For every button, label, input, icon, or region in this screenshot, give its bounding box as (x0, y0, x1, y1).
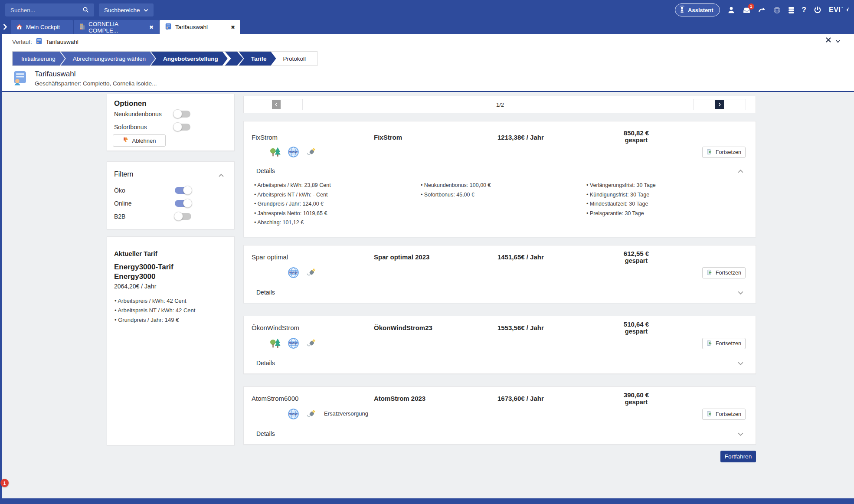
close-icon[interactable] (825, 37, 831, 45)
eco-icon (269, 146, 281, 158)
tab-label: Tarifauswahl (175, 24, 208, 30)
notification-badge[interactable]: 1 (0, 479, 9, 487)
page-title: Tarifauswahl (35, 70, 157, 79)
power-icon[interactable] (814, 6, 821, 14)
detail-item: Preisgarantie: 30 Tage (586, 210, 656, 216)
fortsetzen-icon (707, 269, 713, 277)
step-angebotserstellung[interactable]: Angebotserstellung (151, 52, 228, 65)
chevron-down-icon[interactable] (836, 37, 840, 45)
saved-amount: 612,55 € gespart (604, 250, 669, 264)
online-icon: WWW (287, 408, 299, 420)
filter-row-oeko: Öko (114, 187, 228, 194)
pagination-bar: 1/2 (243, 96, 756, 113)
expand-chevron-icon[interactable] (737, 430, 744, 438)
toggle-label: Online (114, 200, 175, 207)
current-tariff-product: Energy3000 (114, 272, 155, 281)
globe-icon[interactable] (773, 7, 781, 14)
details-link[interactable]: Details (256, 430, 275, 437)
tab-cornelia[interactable]: CORNELIA COMPLE... ✖ (74, 20, 159, 34)
details-link[interactable]: Details (256, 360, 275, 367)
ersatzversorgung-label: Ersatzversorgung (324, 410, 368, 417)
detail-item: Sofortbonus: 45,00 € (421, 192, 491, 198)
detail-item: Neukundenbonus: 100,00 € (421, 182, 491, 188)
rocket-icon (844, 6, 850, 14)
database-icon[interactable] (788, 7, 795, 14)
svg-text:WWW: WWW (289, 412, 298, 416)
ablehnen-button[interactable]: Ablehnen (113, 134, 166, 147)
step-abrechnungsvertrag[interactable]: Abrechnungsvertrag wählen (61, 52, 155, 65)
expand-chevron-icon[interactable] (737, 360, 744, 367)
fortsetzen-button[interactable]: Fortsetzen (702, 409, 746, 420)
help-icon[interactable]: ? (802, 6, 806, 14)
tariff-display-name: ÖkonWindStrom23 (374, 324, 432, 331)
tariff-card-atomstrom: AtomStrom6000 AtomStrom 2023 1673,60€ / … (243, 386, 756, 445)
inbox-icon[interactable]: 1 (743, 7, 751, 14)
details-column-terms: Verlängerungsfrist: 30 Tage Kündigungsfr… (586, 182, 656, 216)
tariff-price: 1553,56€ / Jahr (497, 324, 544, 331)
detail-item: Arbeitspreis / kWh: 42 Cent (115, 298, 195, 304)
step-initialisierung[interactable]: Initialisierung (13, 52, 65, 65)
search-input[interactable] (5, 3, 94, 16)
detail-item: Kündigungsfrist: 30 Tage (586, 192, 656, 198)
tariff-display-name: FixStrom (374, 134, 402, 141)
breadcrumb: Verlauf: Tarifauswahl (12, 38, 79, 46)
fortsetzen-icon (707, 340, 713, 347)
saved-label: gespart (604, 328, 669, 335)
sofortbonus-toggle[interactable] (174, 124, 190, 131)
tariff-name: AtomStrom6000 (252, 395, 298, 402)
neukundenbonus-toggle[interactable] (174, 111, 190, 118)
online-icon: WWW (287, 337, 299, 349)
assistent-button[interactable]: Assistent (675, 3, 720, 16)
detail-item: Verlängerungsfrist: 30 Tage (586, 182, 656, 188)
tariff-card-oekonwindstrom: ÖkonWindStrom ÖkonWindStrom23 1553,56€ /… (243, 316, 756, 374)
tariff-card-fixstrom: FixStrom FixStrom 1213,38€ / Jahr 850,82… (243, 121, 756, 237)
fortsetzen-label: Fortsetzen (716, 340, 741, 347)
expand-chevron-icon[interactable] (737, 289, 744, 297)
online-toggle[interactable] (175, 200, 191, 207)
ablehnen-label: Ablehnen (132, 137, 156, 144)
option-row-neukundenbonus: Neukundenbonus (114, 111, 228, 118)
inbox-badge: 1 (748, 3, 754, 10)
redo-icon[interactable] (758, 7, 766, 13)
option-row-sofortbonus: Sofortbonus (114, 124, 228, 131)
filter-title: Filtern (114, 170, 133, 178)
fortsetzen-button[interactable]: Fortsetzen (702, 267, 746, 278)
power-plug-icon (305, 146, 317, 158)
oeko-toggle[interactable] (175, 187, 191, 194)
fortsetzen-button[interactable]: Fortsetzen (702, 147, 746, 158)
tab-mein-cockpit[interactable]: Mein Cockpit (11, 20, 73, 34)
details-link[interactable]: Details (256, 289, 275, 296)
verlauf-item[interactable]: Tarifauswahl (46, 39, 79, 45)
collapse-chevron-icon[interactable] (218, 171, 224, 179)
fortsetzen-button[interactable]: Fortsetzen (702, 338, 746, 349)
toggle-label: Sofortbonus (114, 124, 174, 131)
detail-item: Arbeitspreis / kWh: 23,89 Cent (254, 182, 331, 188)
power-plug-icon (305, 266, 317, 278)
next-page-button[interactable] (693, 99, 746, 110)
step-tarife[interactable]: Tarife (239, 52, 276, 65)
building-icon (79, 23, 85, 31)
collapse-chevron-icon[interactable] (737, 167, 744, 175)
tab-row: Mein Cockpit CORNELIA COMPLE... ✖ Tarifa… (0, 20, 854, 34)
svg-text:WWW: WWW (289, 342, 298, 345)
sidebar-expand-chevron[interactable] (3, 23, 7, 32)
document-icon (165, 23, 172, 31)
fortfahren-button[interactable]: Fortfahren (720, 451, 756, 462)
user-icon[interactable] (727, 6, 735, 14)
tariff-name: Spar optimal (252, 253, 288, 261)
suchbereiche-button[interactable]: Suchbereiche (99, 3, 154, 16)
tab-close-icon[interactable]: ✖ (231, 25, 235, 30)
search-icon[interactable] (82, 7, 89, 15)
toggle-label: B2B (114, 213, 175, 220)
b2b-toggle[interactable] (175, 213, 191, 220)
current-tariff-name: Energy3000-Tarif (114, 263, 173, 272)
detail-item: Grundpreis / Jahr: 149 € (115, 317, 195, 323)
step-protokoll[interactable]: Protokoll (272, 52, 316, 65)
sidebar: Optionen Neukundenbonus Sofortbonus Able… (107, 92, 235, 497)
page-subtitle: Geschäftspartner: Completto, Cornelia Is… (35, 80, 157, 87)
saved-amount: 390,60 € gespart (604, 391, 669, 406)
tab-tarifauswahl[interactable]: Tarifauswahl ✖ (160, 20, 240, 34)
details-link[interactable]: Details (256, 167, 275, 174)
tab-close-icon[interactable]: ✖ (149, 25, 154, 30)
tariff-display-name: Spar optimal 2023 (374, 253, 429, 261)
